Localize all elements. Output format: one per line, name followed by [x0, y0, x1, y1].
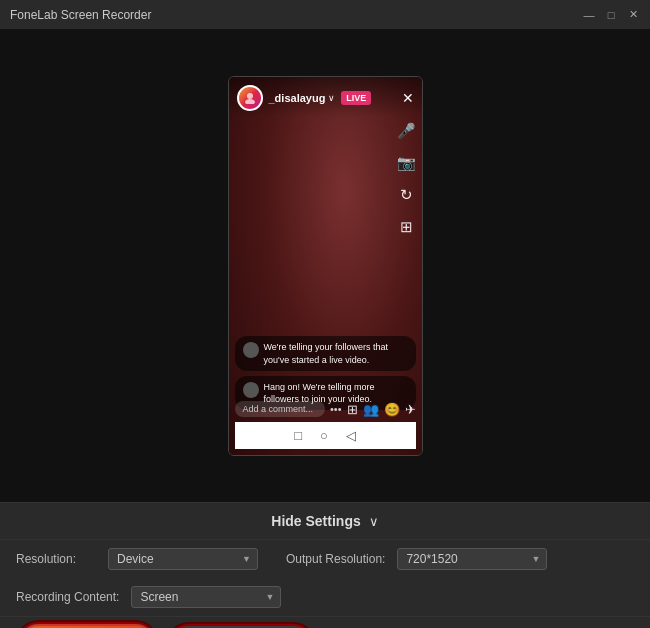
ig-toolbar-square-icon[interactable]: □: [294, 428, 302, 443]
ig-message-1: We're telling your followers that you've…: [235, 336, 416, 370]
ig-msg-text-1: We're telling your followers that you've…: [264, 341, 408, 365]
output-resolution-label: Output Resolution:: [286, 552, 385, 566]
ig-dots-icon[interactable]: •••: [330, 403, 342, 415]
maximize-button[interactable]: □: [604, 8, 618, 22]
output-resolution-select[interactable]: 720*1520 1080*1920 480*960: [397, 548, 547, 570]
preview-area: _disalayug ∨ LIVE ✕ 🎤 📷 ↻ ⊞ We're tellin…: [0, 30, 650, 502]
comment-placeholder: Add a comment...: [243, 404, 314, 414]
ig-msg-avatar-1: [243, 342, 259, 358]
ig-chevron-icon: ∨: [328, 93, 335, 103]
ig-gallery-icon[interactable]: ⊞: [347, 402, 358, 417]
record-button[interactable]: Record: [20, 624, 154, 629]
ig-send-icon[interactable]: ✈: [405, 402, 416, 417]
ig-bottom-bar: Add a comment... ••• ⊞ 👥 😊 ✈ □ ○ ◁: [229, 396, 422, 455]
resolution-select[interactable]: Device 720p 1080p: [108, 548, 258, 570]
ig-mic-icon[interactable]: 🎤: [397, 122, 416, 140]
ig-refresh-icon[interactable]: ↻: [400, 186, 413, 204]
ig-toolbar-row: □ ○ ◁: [235, 422, 416, 449]
titlebar: FoneLab Screen Recorder — □ ✕: [0, 0, 650, 30]
minimize-button[interactable]: —: [582, 8, 596, 22]
recording-content-label: Recording Content:: [16, 590, 119, 604]
hide-settings-chevron-icon: ∨: [369, 514, 379, 529]
recording-content-select-wrapper: Screen Window Webcam: [131, 586, 281, 608]
ig-layout-icon[interactable]: ⊞: [400, 218, 413, 236]
ig-people-icon[interactable]: 👥: [363, 402, 379, 417]
ig-avatar: [237, 85, 263, 111]
recording-content-select[interactable]: Screen Window Webcam: [131, 586, 281, 608]
window-controls: — □ ✕: [582, 8, 640, 22]
phone-preview: _disalayug ∨ LIVE ✕ 🎤 📷 ↻ ⊞ We're tellin…: [228, 76, 423, 456]
action-bar: Record SnapShot Recording history: [0, 616, 650, 628]
svg-point-1: [245, 99, 255, 104]
resolution-select-wrapper: Device 720p 1080p: [108, 548, 258, 570]
ig-toolbar-triangle-icon[interactable]: ◁: [346, 428, 356, 443]
hide-settings-label: Hide Settings: [271, 513, 360, 529]
close-button[interactable]: ✕: [626, 8, 640, 22]
recording-content-row: Recording Content: Screen Window Webcam: [0, 578, 650, 616]
ig-face-icon[interactable]: 😊: [384, 402, 400, 417]
ig-side-icons: 🎤 📷 ↻ ⊞: [397, 122, 416, 236]
ig-camera-flip-icon[interactable]: 📷: [397, 154, 416, 172]
svg-point-0: [247, 93, 253, 99]
ig-comment-input[interactable]: Add a comment...: [235, 401, 325, 417]
output-resolution-select-wrapper: 720*1520 1080*1920 480*960: [397, 548, 547, 570]
ig-toolbar-circle-icon[interactable]: ○: [320, 428, 328, 443]
app-title: FoneLab Screen Recorder: [10, 8, 151, 22]
ig-live-badge: LIVE: [341, 91, 371, 105]
resolution-row: Resolution: Device 720p 1080p Output Res…: [0, 540, 650, 578]
avatar-icon: [244, 92, 256, 104]
ig-header: _disalayug ∨ LIVE ✕: [229, 77, 422, 117]
hide-settings-bar[interactable]: Hide Settings ∨: [0, 502, 650, 540]
snapshot-button[interactable]: SnapShot: [170, 624, 311, 629]
ig-close-button[interactable]: ✕: [402, 90, 414, 106]
ig-username: _disalayug: [269, 92, 326, 104]
resolution-label: Resolution:: [16, 552, 96, 566]
ig-comment-row: Add a comment... ••• ⊞ 👥 😊 ✈: [235, 401, 416, 417]
